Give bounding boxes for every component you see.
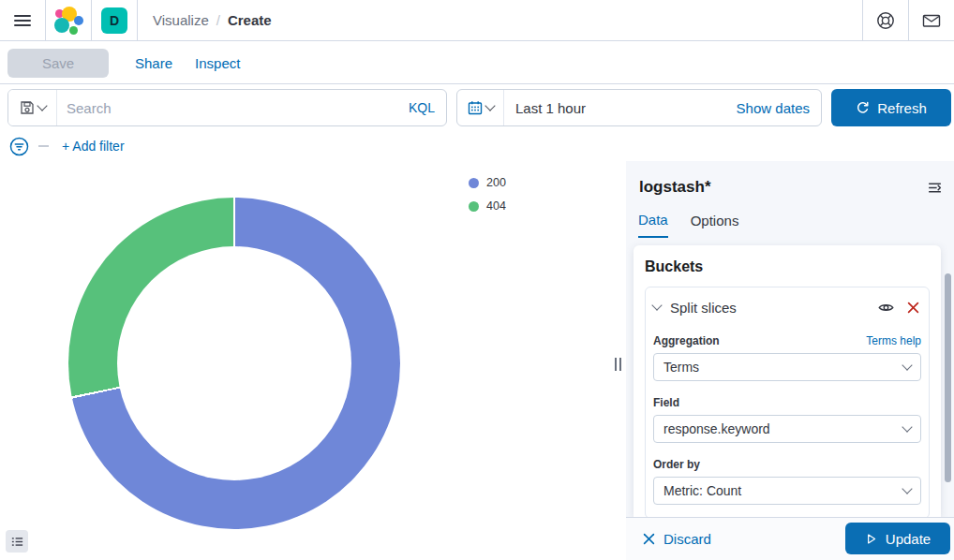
buckets-section-title: Buckets <box>645 258 930 275</box>
close-icon <box>643 533 655 545</box>
update-button[interactable]: Update <box>845 523 950 554</box>
split-slices-panel: Split slices Aggregation Terms help <box>645 287 930 517</box>
list-icon <box>10 535 24 549</box>
search-input[interactable] <box>57 90 409 125</box>
chevron-down-icon <box>484 100 495 111</box>
editor-tabs: Data Options <box>638 212 738 238</box>
space-badge: D <box>101 7 127 34</box>
legend-item-404[interactable]: 404 <box>469 199 506 213</box>
help-button[interactable] <box>863 0 908 41</box>
date-quick-select-button[interactable] <box>457 90 504 125</box>
breadcrumb-create: Create <box>228 12 272 28</box>
discard-button[interactable]: Discard <box>643 531 711 547</box>
newsfeed-button[interactable] <box>909 0 954 41</box>
save-query-icon <box>20 100 35 115</box>
legend-item-200[interactable]: 200 <box>469 176 506 189</box>
hamburger-icon <box>14 12 31 29</box>
mail-icon <box>921 11 942 30</box>
chevron-down-icon <box>902 360 912 370</box>
terms-help-link[interactable]: Terms help <box>866 334 921 347</box>
buckets-card: Buckets Split slices <box>634 245 941 517</box>
top-navigation-bar: D Visualize / Create <box>0 0 954 41</box>
divider <box>137 0 138 41</box>
filter-icon <box>9 137 29 156</box>
discard-label: Discard <box>663 531 711 547</box>
calendar-icon <box>468 100 483 115</box>
elastic-home-button[interactable] <box>46 0 91 41</box>
add-filter-button[interactable]: + Add filter <box>62 139 125 154</box>
filter-bar: + Add filter <box>0 131 125 161</box>
breadcrumb: Visualize / Create <box>153 12 272 28</box>
order-by-select[interactable]: Metric: Count <box>653 477 921 505</box>
visualize-action-bar: Save Share Inspect <box>0 42 954 84</box>
query-bar: KQL Last 1 hour Show dates Refresh <box>0 84 954 131</box>
refresh-icon <box>856 101 870 115</box>
donut-chart[interactable] <box>68 198 400 529</box>
menu-right-icon <box>927 180 943 196</box>
legend-toggle-button[interactable] <box>6 530 28 553</box>
save-button[interactable]: Save <box>7 49 109 78</box>
aggregation-value: Terms <box>663 360 699 375</box>
close-icon <box>907 302 919 314</box>
time-range-value[interactable]: Last 1 hour <box>515 100 586 116</box>
legend-label: 200 <box>486 176 506 189</box>
share-button[interactable]: Share <box>135 55 172 71</box>
show-dates-button[interactable]: Show dates <box>737 100 810 116</box>
panel-scrollbar[interactable] <box>945 273 951 482</box>
play-icon <box>865 533 877 545</box>
legend-color-dot <box>469 178 479 188</box>
legend-label: 404 <box>486 199 506 213</box>
editor-footer: Discard Update <box>626 517 954 560</box>
toggle-visibility-button[interactable] <box>876 298 896 317</box>
field-label: Field <box>653 396 921 409</box>
filter-options-button[interactable] <box>7 135 31 158</box>
split-slices-header[interactable]: Split slices <box>653 293 921 321</box>
filter-separator <box>38 145 49 147</box>
tab-options[interactable]: Options <box>691 212 739 238</box>
elastic-logo-icon <box>54 7 82 35</box>
aggregation-label: Aggregation <box>653 334 720 347</box>
space-selector[interactable]: D <box>92 0 137 41</box>
refresh-label: Refresh <box>877 100 927 116</box>
remove-bucket-button[interactable] <box>905 300 921 316</box>
order-by-label: Order by <box>653 458 921 471</box>
menu-button[interactable] <box>0 0 45 41</box>
update-label: Update <box>886 531 931 547</box>
refresh-button[interactable]: Refresh <box>831 89 951 126</box>
field-value: response.keyword <box>663 421 770 436</box>
visualization-canvas: 200 404 <box>0 161 611 560</box>
lifebuoy-help-icon <box>876 11 895 30</box>
saved-query-menu-button[interactable] <box>8 90 57 125</box>
tab-data[interactable]: Data <box>638 212 668 238</box>
panel-resize-handle[interactable] <box>609 161 626 560</box>
date-picker: Last 1 hour Show dates <box>456 89 822 126</box>
legend-color-dot <box>469 201 479 212</box>
visualization-editor-panel: logstash* Data Options Buckets Split sli… <box>626 161 954 560</box>
bucket-name: Split slices <box>670 300 876 316</box>
breadcrumb-separator: / <box>216 12 220 28</box>
chevron-down-icon <box>902 421 912 432</box>
eye-icon <box>878 300 894 316</box>
search-bar: KQL <box>7 89 447 126</box>
chevron-down-icon <box>902 483 912 494</box>
collapse-panel-button[interactable] <box>923 176 947 202</box>
chevron-down-icon <box>651 300 662 310</box>
order-by-value: Metric: Count <box>663 483 741 498</box>
aggregation-select[interactable]: Terms <box>653 353 921 381</box>
inspect-button[interactable]: Inspect <box>195 55 240 71</box>
breadcrumb-visualize[interactable]: Visualize <box>153 12 209 28</box>
grip-icon <box>615 358 621 371</box>
index-pattern-title: logstash* <box>639 178 711 197</box>
kql-syntax-button[interactable]: KQL <box>409 90 446 125</box>
field-select[interactable]: response.keyword <box>653 415 921 443</box>
chevron-down-icon <box>37 100 47 111</box>
chart-legend: 200 404 <box>469 176 506 223</box>
